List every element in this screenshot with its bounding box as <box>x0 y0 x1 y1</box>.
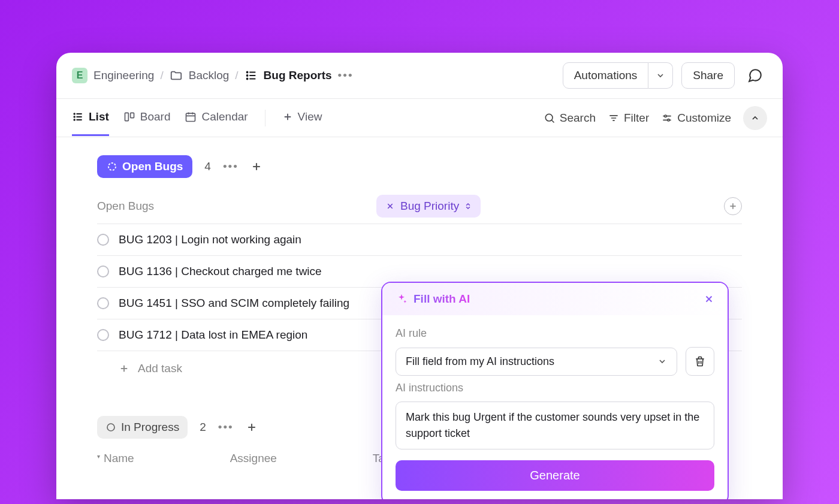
group-inprogress-label: In Progress <box>121 421 179 434</box>
header: E Engineering / Backlog / Bug Reports ••… <box>56 53 783 99</box>
sort-icon: ▾ <box>97 453 100 460</box>
filter-button[interactable]: Filter <box>608 111 649 125</box>
task-title: BUG 1136 | Checkout charged me twice <box>119 265 322 278</box>
column-name-2[interactable]: ▾Name <box>97 452 134 465</box>
close-button[interactable] <box>704 294 714 304</box>
view-tab-board[interactable]: Board <box>123 99 171 136</box>
viewbar: List Board Calendar View Search Filter <box>56 99 783 137</box>
ai-instructions-label: AI instructions <box>396 382 714 394</box>
group-more-icon[interactable]: ••• <box>223 160 239 173</box>
svg-point-29 <box>108 163 116 170</box>
search-button[interactable]: Search <box>544 111 596 125</box>
customize-label: Customize <box>677 111 731 125</box>
group-open-label: Open Bugs <box>122 160 183 173</box>
column-priority-label: Bug Priority <box>400 200 459 213</box>
automations-dropdown[interactable] <box>648 62 673 89</box>
task-status-icon[interactable] <box>97 329 109 341</box>
view-tab-board-label: Board <box>140 110 171 123</box>
more-menu-icon[interactable]: ••• <box>338 69 354 82</box>
fill-with-ai-popover: Fill with AI AI rule Fill field from my … <box>381 282 729 499</box>
header-actions: Automations Share <box>563 62 767 89</box>
svg-rect-13 <box>130 113 134 117</box>
group-open-count: 4 <box>204 160 211 173</box>
group-header-open: Open Bugs 4 ••• <box>56 155 783 189</box>
svg-point-10 <box>74 116 75 117</box>
add-view-button[interactable]: View <box>282 99 322 136</box>
group-add-button[interactable] <box>246 421 258 433</box>
ai-rule-value: Fill field from my AI instructions <box>406 355 554 368</box>
list-icon <box>245 69 258 82</box>
ai-rule-row: Fill field from my AI instructions <box>396 347 714 376</box>
group-inprogress-pill[interactable]: In Progress <box>97 416 188 439</box>
view-actions: Search Filter Customize <box>544 106 767 130</box>
workspace-badge[interactable]: E <box>72 68 87 83</box>
view-tab-calendar-label: Calendar <box>201 110 248 123</box>
task-status-icon[interactable] <box>97 297 109 309</box>
task-title: BUG 1203 | Login not working again <box>119 233 301 246</box>
view-tab-list-label: List <box>89 110 109 123</box>
column-assignee[interactable]: Assignee <box>230 452 277 465</box>
task-status-icon[interactable] <box>97 265 109 277</box>
separator: / <box>235 69 238 82</box>
column-header-row: Open Bugs Bug Priority <box>97 189 742 224</box>
folder-icon <box>170 69 183 82</box>
add-column-button[interactable] <box>724 197 742 215</box>
svg-point-28 <box>668 119 669 120</box>
view-tab-calendar[interactable]: Calendar <box>185 99 248 136</box>
sparkle-icon <box>396 293 408 305</box>
svg-point-3 <box>246 72 248 73</box>
svg-point-4 <box>246 75 248 76</box>
svg-rect-14 <box>186 113 195 121</box>
view-tab-list[interactable]: List <box>72 99 109 136</box>
ai-rule-label: AI rule <box>396 327 714 340</box>
delete-rule-button[interactable] <box>686 347 714 376</box>
collapse-button[interactable] <box>743 106 767 130</box>
search-label: Search <box>560 111 596 125</box>
separator: / <box>160 69 163 82</box>
breadcrumb-workspace[interactable]: Engineering <box>93 69 154 82</box>
automations-button-group: Automations <box>563 62 674 89</box>
chat-icon[interactable] <box>743 64 767 87</box>
breadcrumb: E Engineering / Backlog / Bug Reports ••… <box>72 68 354 83</box>
task-status-icon[interactable] <box>97 234 109 246</box>
customize-button[interactable]: Customize <box>661 111 731 125</box>
column-priority[interactable]: Bug Priority <box>376 195 481 218</box>
automations-button[interactable]: Automations <box>563 62 649 89</box>
add-view-label: View <box>298 110 322 123</box>
task-title: BUG 1712 | Data lost in EMEA region <box>119 328 307 342</box>
svg-rect-12 <box>125 113 128 120</box>
svg-point-26 <box>665 115 666 117</box>
breadcrumb-list[interactable]: Bug Reports <box>264 69 332 82</box>
share-button[interactable]: Share <box>681 62 735 89</box>
filter-label: Filter <box>624 111 649 125</box>
ai-instructions-input[interactable]: Mark this bug Urgent if the customer sou… <box>396 402 714 449</box>
group-add-button[interactable] <box>251 161 262 173</box>
svg-point-20 <box>545 114 553 121</box>
svg-line-21 <box>552 120 554 122</box>
column-name: Open Bugs <box>97 200 376 213</box>
breadcrumb-folder[interactable]: Backlog <box>189 69 230 82</box>
svg-point-36 <box>107 424 114 431</box>
app-window: E Engineering / Backlog / Bug Reports ••… <box>56 53 783 499</box>
task-row[interactable]: BUG 1203 | Login not working again <box>97 224 742 256</box>
svg-point-11 <box>74 119 75 120</box>
popover-title: Fill with AI <box>414 292 470 306</box>
generate-button[interactable]: Generate <box>396 460 714 491</box>
popover-header: Fill with AI <box>382 283 728 315</box>
svg-point-9 <box>74 113 75 114</box>
group-open-pill[interactable]: Open Bugs <box>97 155 192 178</box>
svg-point-5 <box>246 79 248 80</box>
add-task-label: Add task <box>138 362 182 375</box>
popover-body: AI rule Fill field from my AI instructio… <box>382 315 728 499</box>
group-inprogress-count: 2 <box>200 421 206 434</box>
task-title: BUG 1451 | SSO and SCIM completely faili… <box>119 297 349 310</box>
ai-rule-select[interactable]: Fill field from my AI instructions <box>396 348 677 376</box>
group-more-icon[interactable]: ••• <box>218 421 234 434</box>
